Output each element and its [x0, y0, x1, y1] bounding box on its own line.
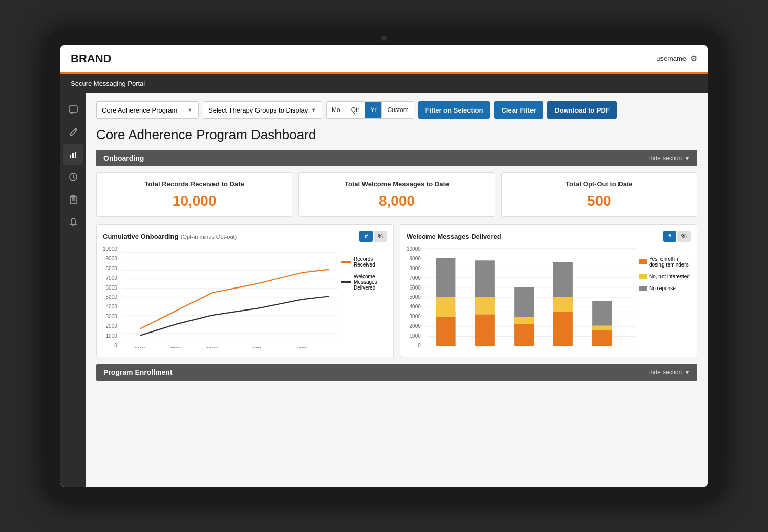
chart2-legend: Yes, enroll in dosing reminders No, not … — [639, 256, 691, 350]
stat-value-optout: 500 — [510, 193, 689, 209]
sidebar-item-history[interactable] — [63, 167, 83, 187]
hide-onboarding-button[interactable]: Hide section ▼ — [648, 154, 690, 162]
stat-card-optout: Total Opt-Out to Date 500 — [501, 172, 697, 217]
legend-label-records: Records Received — [354, 256, 387, 268]
chart1-content: 10000 9000 8000 7000 6000 5000 4000 3000… — [103, 246, 387, 350]
bar-chart-svg: 06/21 07/21 08/21 9/21 10/21 — [426, 246, 636, 348]
legend-color-records — [341, 261, 351, 263]
sidebar-item-clipboard[interactable] — [63, 189, 83, 210]
stat-card-welcome: Total Welcome Messages to Date 8,000 — [298, 172, 495, 217]
gear-icon[interactable]: ⚙ — [690, 54, 697, 63]
chart1-pct-btn[interactable]: % — [374, 231, 387, 242]
bar-09-yellow — [553, 297, 572, 313]
legend-enroll: Yes, enroll in dosing reminders — [639, 256, 691, 268]
svg-text:9/21: 9/21 — [252, 346, 262, 348]
yr-button[interactable]: Yr — [365, 102, 382, 118]
legend-color-enroll — [639, 259, 647, 264]
filter-on-selection-button[interactable]: Filter on Selection — [418, 101, 490, 119]
messages-icon — [69, 105, 78, 114]
stats-row: Total Records Received to Date 10,000 To… — [96, 172, 697, 217]
chevron-down-icon-2: ▼ — [311, 107, 316, 113]
legend-color-no-response — [639, 286, 647, 291]
legend-label-enroll: Yes, enroll in dosing reminders — [649, 256, 691, 268]
clipboard-icon — [69, 195, 78, 204]
chart-icon — [69, 150, 78, 159]
portal-title: Secure Messaging Portal — [71, 80, 145, 87]
screen: BRAND username ⚙ Secure Messaging Portal — [60, 45, 708, 487]
qtr-button[interactable]: Qtr — [346, 102, 366, 118]
mo-button[interactable]: Mo — [327, 102, 346, 118]
bell-icon — [69, 217, 78, 227]
hide-enrollment-button[interactable]: Hide section ▼ — [648, 369, 690, 376]
chart1-subtitle: (Opt-in minus Opt-out) — [181, 234, 237, 240]
username-label: username — [656, 55, 686, 62]
page-title: Core Adherence Program Dashboard — [96, 127, 697, 143]
clear-filter-button[interactable]: Clear Filter — [494, 101, 543, 119]
bar-09-orange — [553, 312, 572, 346]
stat-label-welcome: Total Welcome Messages to Date — [307, 180, 486, 188]
chart2-title: Welcome Messages Delivered — [407, 233, 501, 240]
svg-text:07/21: 07/21 — [170, 346, 182, 348]
chart2-y-axis: 10000 9000 8000 7000 6000 5000 4000 3000… — [407, 246, 423, 348]
sub-header: Secure Messaging Portal — [60, 74, 708, 93]
legend-records: Records Received — [341, 256, 387, 268]
sidebar-item-chart[interactable] — [63, 144, 83, 165]
program-enrollment-title: Program Enrollment — [103, 368, 173, 376]
filter-bar: Core Adherence Program ▼ Select Therapy … — [96, 101, 697, 119]
brand-logo: BRAND — [71, 52, 111, 65]
chart1-toggle: # % — [359, 231, 387, 242]
records-line — [140, 270, 329, 329]
chevron-down-icon-section: ▼ — [684, 154, 690, 162]
history-icon — [69, 172, 78, 182]
svg-text:10/21: 10/21 — [296, 346, 308, 348]
onboarding-section-header: Onboarding Hide section ▼ — [96, 150, 697, 166]
therapy-group-dropdown[interactable]: Select Therapy Groups to Display ▼ — [203, 101, 322, 119]
chart1-header: Cumulative Onboarding (Opt-in minus Opt-… — [103, 231, 387, 242]
legend-welcome: Welcome Messages Delivered — [341, 274, 387, 291]
line-chart-svg: 06/21 07/21 08/21 9/21 10/21 — [122, 246, 338, 348]
content-area: Core Adherence Program ▼ Select Therapy … — [86, 93, 708, 487]
therapy-dropdown-placeholder: Select Therapy Groups to Display — [208, 106, 308, 114]
chart1-y-axis: 10000 9000 8000 7000 6000 5000 4000 3000… — [103, 246, 119, 348]
svg-text:06/21: 06/21 — [134, 346, 146, 348]
chart2-header: Welcome Messages Delivered # % — [407, 231, 691, 242]
sidebar — [60, 93, 86, 487]
charts-row: Cumulative Onboarding (Opt-in minus Opt-… — [96, 224, 697, 357]
edit-icon — [69, 127, 78, 137]
svg-text:08/21: 08/21 — [206, 346, 218, 348]
chart2-hash-btn[interactable]: # — [663, 231, 676, 242]
bar-06-gray2 — [436, 258, 455, 298]
legend-label-welcome: Welcome Messages Delivered — [354, 274, 387, 291]
chart1-hash-btn[interactable]: # — [359, 231, 373, 242]
sidebar-item-messages[interactable] — [63, 99, 83, 120]
time-period-buttons: Mo Qtr Yr Custom — [326, 101, 414, 119]
chart2-pct-btn[interactable]: % — [677, 231, 691, 242]
program-dropdown[interactable]: Core Adherence Program ▼ — [96, 101, 199, 119]
legend-color-not-interested — [639, 274, 647, 279]
welcome-messages-chart: Welcome Messages Delivered # % 10000 900… — [400, 224, 697, 357]
main-layout: Core Adherence Program ▼ Select Therapy … — [60, 93, 708, 487]
user-info: username ⚙ — [656, 54, 697, 63]
chart1-title: Cumulative Onboarding — [103, 233, 178, 240]
stat-value-records: 10,000 — [105, 193, 284, 209]
chevron-down-icon: ▼ — [187, 107, 193, 113]
bar-06-yellow2 — [436, 297, 455, 317]
sidebar-item-bell[interactable] — [63, 212, 83, 232]
bar-07-yellow — [475, 297, 494, 314]
onboarding-title: Onboarding — [103, 154, 144, 162]
stat-value-welcome: 8,000 — [307, 193, 486, 209]
download-to-pdf-button[interactable]: Download to PDF — [547, 101, 617, 119]
sidebar-item-edit[interactable] — [63, 122, 83, 142]
device-frame: BRAND username ⚙ Secure Messaging Portal — [46, 31, 722, 501]
app-header: BRAND username ⚙ — [60, 45, 708, 74]
program-dropdown-value: Core Adherence Program — [102, 106, 177, 114]
bar-06-orange — [436, 317, 455, 346]
custom-button[interactable]: Custom — [382, 102, 413, 118]
chart2-toggle: # % — [663, 231, 691, 242]
svg-rect-0 — [69, 106, 77, 112]
chart2-content: 10000 9000 8000 7000 6000 5000 4000 3000… — [407, 246, 691, 350]
legend-not-interested: No, not interested — [639, 274, 691, 279]
chevron-down-icon-enrollment: ▼ — [684, 369, 690, 376]
welcome-messages-line — [140, 296, 329, 335]
chart1-legend: Records Received Welcome Messages Delive… — [341, 256, 387, 350]
